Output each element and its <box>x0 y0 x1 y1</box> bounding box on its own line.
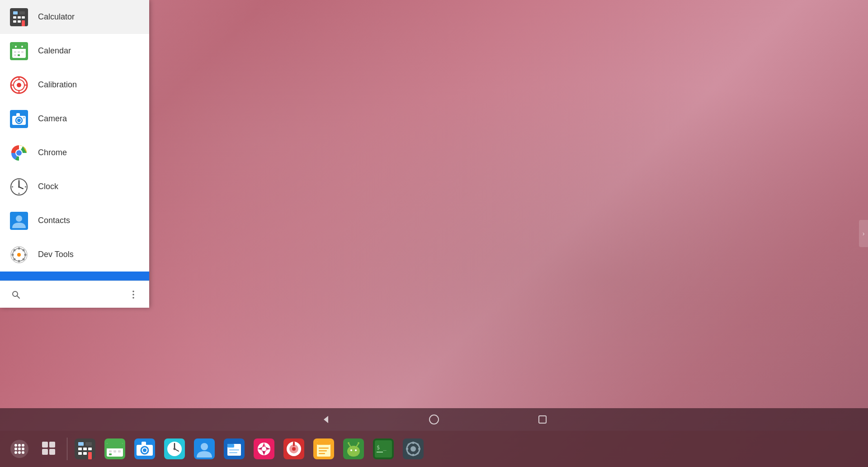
taskbar-files[interactable] <box>220 435 248 463</box>
taskbar-music[interactable] <box>280 435 308 463</box>
taskbar-clock[interactable] <box>160 435 189 463</box>
svg-point-67 <box>14 444 17 447</box>
svg-point-53 <box>24 253 27 256</box>
svg-rect-76 <box>42 442 48 448</box>
calibration-icon <box>9 75 29 95</box>
contacts-icon <box>9 211 29 231</box>
taskbar-photos[interactable] <box>250 435 278 463</box>
svg-rect-148 <box>418 448 420 450</box>
svg-rect-136 <box>349 452 351 456</box>
app-item-calculator[interactable]: Calculator <box>0 0 149 34</box>
camera-label: Camera <box>38 114 67 124</box>
svg-rect-4 <box>18 16 21 19</box>
taskbar-notes[interactable] <box>310 435 338 463</box>
svg-point-131 <box>355 449 357 451</box>
contacts-label: Contacts <box>38 216 70 225</box>
search-icon <box>9 290 23 299</box>
svg-rect-8 <box>19 11 25 14</box>
svg-point-130 <box>350 449 352 451</box>
svg-rect-124 <box>317 441 330 445</box>
svg-rect-125 <box>319 448 329 449</box>
svg-line-59 <box>17 296 19 298</box>
svg-point-56 <box>23 249 25 251</box>
taskbar-contacts[interactable] <box>190 435 218 463</box>
svg-point-70 <box>14 448 17 450</box>
svg-rect-19 <box>18 54 20 56</box>
svg-point-144 <box>410 446 416 452</box>
svg-rect-12 <box>12 48 26 49</box>
calendar-label: Calendar <box>38 46 71 56</box>
app-item-clock[interactable]: Clock <box>0 170 149 204</box>
svg-rect-7 <box>22 20 25 26</box>
recents-button[interactable] <box>533 410 552 429</box>
calendar-icon <box>9 41 29 61</box>
svg-point-116 <box>262 447 266 451</box>
search-input[interactable] <box>23 291 127 299</box>
svg-rect-78 <box>42 449 48 455</box>
svg-point-51 <box>18 260 20 262</box>
svg-rect-65 <box>539 416 546 423</box>
svg-point-106 <box>174 448 176 450</box>
clock-icon <box>9 177 29 197</box>
chrome-icon <box>9 143 29 163</box>
svg-point-55 <box>23 258 25 260</box>
svg-point-52 <box>12 253 14 256</box>
svg-rect-16 <box>18 51 20 53</box>
app-item-partial <box>0 272 149 281</box>
svg-rect-96 <box>109 453 112 455</box>
home-button[interactable] <box>425 410 443 429</box>
camera-icon <box>9 109 29 129</box>
grid-view-button[interactable] <box>35 435 63 463</box>
app-list: Calculator <box>0 0 149 281</box>
svg-rect-82 <box>78 448 82 450</box>
svg-point-75 <box>22 451 24 454</box>
calculator-icon <box>9 7 29 27</box>
svg-point-50 <box>18 247 20 249</box>
devtools-icon <box>9 245 29 265</box>
taskbar-terminal[interactable]: $ _ <box>369 435 397 463</box>
right-edge-arrow[interactable]: › <box>859 220 868 247</box>
app-item-chrome[interactable]: Chrome <box>0 136 149 170</box>
svg-rect-145 <box>412 442 414 444</box>
svg-rect-93 <box>109 450 112 453</box>
taskbar-divider-1 <box>67 438 67 460</box>
svg-rect-95 <box>118 450 121 453</box>
svg-point-134 <box>348 442 349 444</box>
svg-rect-3 <box>13 20 16 23</box>
svg-point-61 <box>132 294 134 295</box>
svg-rect-6 <box>22 16 25 19</box>
taskbar-android[interactable] <box>340 435 368 463</box>
back-button[interactable] <box>316 410 335 429</box>
app-item-contacts[interactable]: Contacts <box>0 204 149 238</box>
svg-point-74 <box>18 451 21 454</box>
taskbar-calculator[interactable] <box>71 435 99 463</box>
svg-rect-1 <box>13 11 18 14</box>
svg-rect-126 <box>319 450 327 452</box>
app-item-camera[interactable]: Camera <box>0 102 149 136</box>
svg-rect-147 <box>406 448 408 450</box>
taskbar-calendar[interactable] <box>101 435 129 463</box>
svg-rect-77 <box>49 442 55 448</box>
taskbar-camera[interactable] <box>131 435 159 463</box>
more-options-icon[interactable] <box>127 290 140 300</box>
svg-rect-18 <box>14 54 16 56</box>
svg-rect-87 <box>88 452 92 459</box>
desktop: Calculator <box>0 0 868 467</box>
all-apps-button[interactable] <box>5 435 33 463</box>
taskbar-settings[interactable] <box>399 435 427 463</box>
app-item-devtools[interactable]: Dev Tools <box>0 238 149 272</box>
svg-point-14 <box>21 46 23 48</box>
svg-point-57 <box>14 258 16 260</box>
app-item-calibration[interactable]: Calibration <box>0 68 149 102</box>
svg-point-54 <box>14 249 16 251</box>
svg-point-35 <box>16 150 22 156</box>
devtools-label: Dev Tools <box>38 250 74 259</box>
svg-rect-79 <box>49 449 55 455</box>
svg-text:$ _: $ _ <box>377 444 387 451</box>
app-item-calendar[interactable]: Calendar <box>0 34 149 68</box>
svg-point-108 <box>201 443 208 450</box>
svg-rect-81 <box>78 442 84 446</box>
svg-point-32 <box>23 117 25 119</box>
svg-point-13 <box>15 46 17 48</box>
drawer-search <box>0 281 149 308</box>
